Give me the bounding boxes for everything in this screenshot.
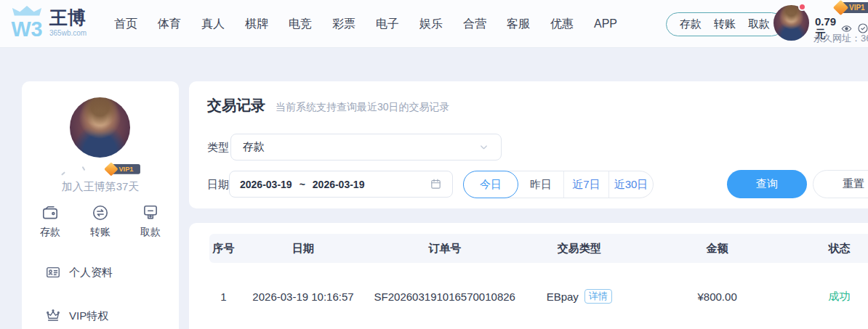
date-to-value: 2026-03-19 (313, 179, 365, 190)
cell-type: EBpay 详情 (521, 289, 638, 304)
calendar-icon (430, 178, 442, 190)
nav-item-entertainment[interactable]: 娱乐 (419, 17, 443, 32)
reset-button[interactable]: 重置 (813, 170, 868, 198)
wallet-actions-pill: 存款 转账 取款 (666, 12, 784, 36)
nav-item-app[interactable]: APP (594, 17, 617, 31)
nav-item-cards[interactable]: 棋牌 (245, 17, 268, 32)
logo-crown-icon: W3 (10, 4, 44, 41)
detail-button[interactable]: 详情 (584, 289, 612, 304)
range-yesterday-button[interactable]: 昨日 (518, 171, 563, 198)
crown-icon (45, 308, 61, 324)
filter-card: 交易记录 当前系统支持查询最近30日的交易记录 类型： 存款 日期： 2026-… (189, 81, 868, 208)
cell-amount: ¥800.00 (638, 291, 797, 303)
username-redacted-mark (61, 171, 65, 176)
join-days-text: 加入王博第37天 (22, 180, 179, 194)
date-range-input[interactable]: 2026-03-19 ~ 2026-03-19 (229, 171, 453, 198)
cell-index: 1 (209, 291, 238, 303)
cell-status: 成功 (797, 290, 868, 304)
wallet-icon (41, 203, 60, 222)
quick-actions: 存款 转账 (28, 203, 173, 239)
withdraw-icon (141, 203, 160, 222)
sidebar-vip-badge: VIP1 (106, 164, 140, 174)
page-subtitle: 当前系统支持查询最近30日的交易记录 (276, 101, 450, 114)
nav-item-promo[interactable]: 优惠 (550, 17, 574, 32)
nav-item-slots[interactable]: 电子 (376, 17, 399, 32)
nav-item-partners[interactable]: 合营 (463, 17, 486, 32)
col-status: 状态 (797, 242, 868, 256)
search-button[interactable]: 查询 (727, 170, 807, 198)
type-select[interactable]: 存款 (230, 134, 502, 161)
logo-mark: W3 (11, 17, 42, 41)
col-type: 交易类型 (521, 242, 638, 256)
col-date: 日期 (238, 242, 369, 256)
logo-name: 王博 (49, 8, 87, 28)
nav-item-esports[interactable]: 电竞 (289, 17, 312, 32)
nav-item-lottery[interactable]: 彩票 (332, 17, 355, 32)
id-card-icon (45, 264, 61, 280)
nav-item-sports[interactable]: 体育 (158, 17, 181, 32)
range-today-button[interactable]: 今日 (463, 171, 518, 198)
header-vip-badge: VIP1 (835, 2, 868, 13)
logo-domain: 365wb.com (49, 29, 87, 37)
range-7days-button[interactable]: 近7日 (563, 171, 608, 198)
nav-item-home[interactable]: 首页 (114, 17, 137, 32)
header-transfer-link[interactable]: 转账 (714, 17, 736, 31)
sidebar-item-profile[interactable]: 个人资料 (45, 264, 113, 280)
top-bar: W3 王博 365wb.com 首页 体育 真人 棋牌 电竞 彩票 电子 娱乐 … (0, 0, 868, 48)
header-withdraw-link[interactable]: 取款 (748, 17, 770, 31)
username-redacted-mark (82, 166, 86, 171)
range-30days-button[interactable]: 近30日 (608, 171, 653, 198)
col-order-no: 订单号 (369, 242, 521, 256)
quick-deposit-button[interactable]: 存款 (28, 203, 73, 239)
chevron-down-icon (478, 142, 489, 153)
permanent-url-label: 永久网址：36 (813, 32, 868, 45)
col-index: 序号 (209, 242, 238, 256)
date-from-value: 2026-03-19 (240, 179, 292, 190)
main-nav: 首页 体育 真人 棋牌 电竞 彩票 电子 娱乐 合营 客服 优惠 APP (114, 0, 617, 48)
profile-sidebar: VIP1 加入王博第37天 存款 (22, 81, 179, 329)
cell-date: 2026-03-19 10:16:57 (238, 291, 369, 303)
header-deposit-link[interactable]: 存款 (680, 17, 702, 31)
page-title: 交易记录 (207, 96, 265, 115)
nav-item-service[interactable]: 客服 (507, 17, 530, 32)
date-quick-range-group: 今日 昨日 近7日 近30日 (463, 171, 654, 198)
transaction-records-page: W3 王博 365wb.com 首页 体育 真人 棋牌 电竞 彩票 电子 娱乐 … (0, 0, 868, 329)
type-select-value: 存款 (243, 140, 265, 154)
site-logo[interactable]: W3 王博 365wb.com (10, 4, 87, 41)
transfer-icon (91, 203, 110, 222)
cell-order-no: SF202603191016570010826 (369, 291, 521, 303)
table-row: 1 2026-03-19 10:16:57 SF2026031910165700… (209, 287, 868, 306)
sidebar-item-vip[interactable]: VIP特权 (45, 308, 108, 324)
notification-dot (798, 3, 806, 11)
date-separator: ~ (300, 179, 305, 190)
pay-type-label: EBpay (547, 291, 579, 303)
table-header-row: 序号 日期 订单号 交易类型 金额 状态 (209, 234, 868, 263)
quick-transfer-button[interactable]: 转账 (78, 203, 123, 239)
records-table-card: 序号 日期 订单号 交易类型 金额 状态 1 2026-03-19 10:16:… (189, 223, 868, 329)
col-amount: 金额 (638, 242, 797, 256)
profile-avatar[interactable] (70, 97, 130, 158)
nav-item-live[interactable]: 真人 (201, 17, 225, 32)
quick-withdraw-button[interactable]: 取款 (128, 203, 173, 239)
